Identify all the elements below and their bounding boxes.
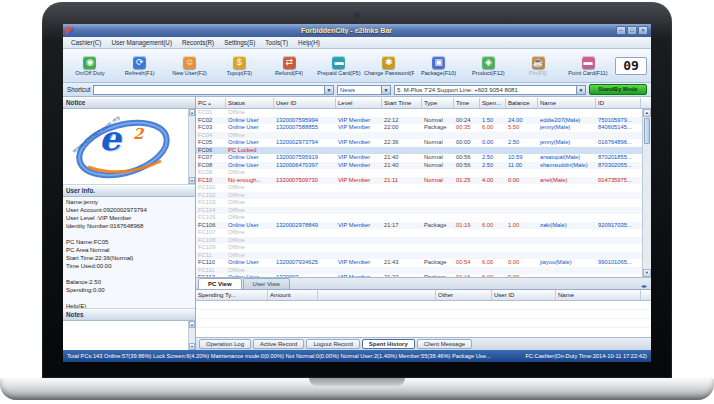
table-row-fc103[interactable]: FC103Offline	[196, 199, 651, 207]
notice-scrollbar[interactable]: ▴ ▾	[188, 109, 195, 184]
scroll-down-icon[interactable]: ▾	[189, 343, 195, 350]
cell-pc: FC111	[196, 267, 226, 275]
menu-item-records-r[interactable]: Records(R)	[177, 39, 219, 46]
package-f10-button[interactable]: ▣Package(F10)	[414, 54, 464, 78]
tab-scroll-arrows-icon[interactable]: ◂▸	[641, 282, 649, 289]
chevron-down-icon[interactable]: ▼	[324, 86, 333, 94]
menu-item-settings-s[interactable]: Settings(S)	[219, 39, 260, 46]
table-row-fc02[interactable]: FC02Online User1320007595994VIP Member22…	[196, 117, 651, 125]
point-card-f11-button[interactable]: ▬Point Card(F11)	[563, 54, 613, 78]
spent-column-header-name[interactable]: Name	[556, 290, 641, 300]
on-off-duty-button[interactable]: ◉On/Off Duty	[65, 54, 115, 78]
maximize-button[interactable]: □	[627, 26, 637, 35]
topup-f3-button[interactable]: $Topup(F3)	[214, 54, 264, 78]
laptop-mockup: ForbiddenCity - e2links Bar – □ × Cashie…	[0, 0, 714, 404]
cell-time	[454, 109, 480, 117]
cell-level: VIP Member	[336, 177, 382, 185]
spent-column-header-user-id[interactable]: User ID	[492, 290, 556, 300]
menu-item-user-management-u[interactable]: User Management(U)	[106, 39, 177, 46]
tab-active-record[interactable]: Active Record	[253, 339, 304, 349]
chevron-down-icon[interactable]: ▼	[576, 86, 585, 94]
table-row-fc04[interactable]: FC04Offline	[196, 132, 651, 140]
table-row-fc10[interactable]: FC10No enough...1320007509730VIP Member2…	[196, 177, 651, 185]
tab-client-message[interactable]: Client Message	[417, 339, 472, 349]
menu-item-help-h[interactable]: Help(H)	[293, 39, 325, 46]
table-row-fc08[interactable]: FC08Online User1320006470397VIP Member21…	[196, 162, 651, 170]
cell-spen: 1.50	[480, 117, 506, 125]
table-row-fc07[interactable]: FC07Online User1320007595919VIP Member21…	[196, 154, 651, 162]
table-row-fc108[interactable]: FC108Offline	[196, 237, 651, 245]
tab-operation-log[interactable]: Operation Log	[199, 339, 251, 349]
cell-id	[596, 132, 641, 140]
news-dropdown[interactable]: News▼	[337, 85, 391, 95]
spent-column-header-amount[interactable]: Amount	[268, 290, 318, 300]
cell-user_id	[274, 169, 336, 177]
change-password-f7-button[interactable]: ✱Change Password(F7)	[364, 54, 414, 78]
table-row-fc01[interactable]: FC01Offline	[196, 109, 651, 117]
column-header-type[interactable]: Type	[422, 98, 454, 108]
tab-pc-view[interactable]: PC View	[198, 278, 242, 289]
notes-panel[interactable]: ▴ ▾	[63, 321, 195, 350]
scroll-down-icon[interactable]: ▾	[643, 269, 651, 277]
menu-item-cashier-c[interactable]: Cashier(C)	[66, 39, 106, 46]
tab-logout-record[interactable]: Logout Record	[306, 339, 359, 349]
column-header-pc[interactable]: PC▴	[196, 98, 226, 108]
scrollbar-track[interactable]	[643, 145, 651, 269]
table-row-fc109[interactable]: FC109Offline	[196, 244, 651, 252]
standby-mode-button[interactable]: StandBy Mode	[589, 84, 647, 95]
table-row-fc05[interactable]: FC05Online User1320002973794VIP Member22…	[196, 139, 651, 147]
menu-item-tools-t[interactable]: Tools(T)	[260, 39, 293, 46]
cell-time	[454, 199, 480, 207]
table-row-fc09[interactable]: FC09Offline	[196, 169, 651, 177]
column-header-status[interactable]: Status	[226, 98, 274, 108]
column-header-level[interactable]: Level	[336, 98, 382, 108]
column-header-spen[interactable]: Spen...	[480, 98, 506, 108]
table-row-fc06[interactable]: FC06PC Locked	[196, 147, 651, 155]
cell-id	[596, 229, 641, 237]
column-header-start-time[interactable]: Start Time	[382, 98, 422, 108]
column-header-name[interactable]: Name	[538, 98, 596, 108]
support-line-dropdown[interactable]: 5. M-Plus 7'24 Support Line: +603 9054 8…	[394, 85, 586, 95]
tab-spent-history[interactable]: Spent History	[362, 339, 415, 349]
table-row-fc102[interactable]: FC102Offline	[196, 192, 651, 200]
new-user-f2-button[interactable]: ☺New User(F2)	[165, 54, 215, 78]
prepaid-card-f5-button[interactable]: ▬Prepaid Card(F5)	[314, 54, 364, 78]
spent-column-header-other[interactable]: Other	[436, 290, 492, 300]
table-row-fc03[interactable]: FC03Online User1320007588855VIP Member22…	[196, 124, 651, 132]
table-row-fc104[interactable]: FC104Offline	[196, 207, 651, 215]
refresh-f1-button[interactable]: ⟳Refresh(F1)	[115, 54, 165, 78]
column-header-id[interactable]: ID	[596, 98, 641, 108]
scrollbar-thumb[interactable]	[644, 118, 650, 144]
column-header-balance[interactable]: Balance	[506, 98, 538, 108]
minimize-button[interactable]: –	[616, 26, 626, 35]
spent-column-header-col-2[interactable]	[318, 290, 436, 300]
cell-status: Online User	[226, 222, 274, 230]
product-f12-button[interactable]: ◈Product(F12)	[464, 54, 514, 78]
cell-level	[336, 244, 382, 252]
table-row-fc111[interactable]: FC111Offline	[196, 267, 651, 275]
cell-user_id: 1320007595994	[274, 117, 336, 125]
scroll-up-icon[interactable]: ▴	[189, 321, 195, 328]
table-row-fc11[interactable]: FC11Offline	[196, 252, 651, 260]
shortcut-combo[interactable]: ▼	[93, 85, 334, 95]
refund-f4-button[interactable]: ⇄Refund(F4)	[264, 54, 314, 78]
chevron-down-icon[interactable]: ▼	[381, 86, 390, 94]
column-header-user-id[interactable]: User ID	[274, 98, 336, 108]
scroll-down-icon[interactable]: ▾	[189, 177, 195, 184]
column-header-time[interactable]: Time	[454, 98, 480, 108]
table-row-fc107[interactable]: FC107Offline	[196, 229, 651, 237]
tab-user-view[interactable]: User View	[243, 278, 290, 289]
close-button[interactable]: ×	[638, 26, 648, 35]
table-row-fc112[interactable]: FC112Online User1320007...VIP Member21:2…	[196, 274, 651, 277]
table-row-fc106[interactable]: FC106Online User1320002978849VIP Member2…	[196, 222, 651, 230]
scroll-up-icon[interactable]: ▴	[643, 109, 651, 117]
cell-start	[382, 244, 422, 252]
notes-scrollbar[interactable]: ▴ ▾	[188, 321, 195, 350]
table-row-fc101[interactable]: FC101Offline	[196, 184, 651, 192]
vertical-scrollbar[interactable]: ▴ ▾	[642, 109, 651, 277]
table-row-fc110[interactable]: FC110Online User1320007934625VIP Member2…	[196, 259, 651, 267]
spent-column-header-spending-ty[interactable]: Spending Ty...	[196, 290, 268, 300]
table-row-fc105[interactable]: FC105Offline	[196, 214, 651, 222]
scroll-up-icon[interactable]: ▴	[189, 109, 195, 116]
pin-f6-button[interactable]: ☕Pin(F6)	[513, 54, 563, 78]
